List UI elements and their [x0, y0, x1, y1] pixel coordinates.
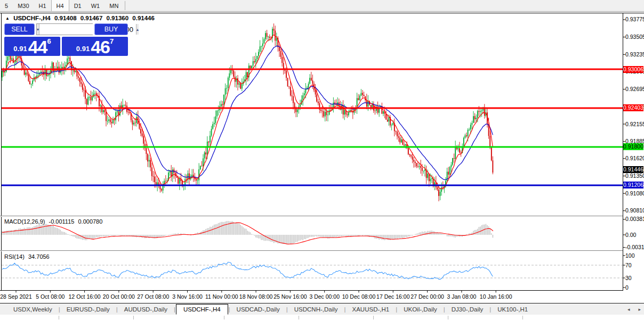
price-axis-tick: 0.92155 — [625, 121, 643, 127]
ask-main-digits: 46 — [91, 39, 110, 55]
status-strip — [0, 315, 644, 320]
tab-DJ30-,Daily[interactable]: DJ30-,Daily — [446, 305, 489, 314]
timeframe-MN[interactable]: MN — [104, 0, 123, 11]
tab-AUDUSD-,Daily[interactable]: AUDUSD-,Daily — [118, 305, 173, 314]
ohlc-high: 0.91467 — [80, 15, 103, 21]
price-axis-tick: 0.92695 — [625, 86, 643, 92]
ohlc-open: 0.91408 — [54, 15, 77, 21]
timeframe-W1[interactable]: W1 — [86, 0, 105, 11]
tab-USDCHF-,H4[interactable]: USDCHF-,H4 — [176, 304, 228, 315]
macd-indicator-label: MACD(12,26,9) -0.001115 0.000780 — [4, 218, 104, 225]
price-axis-tick: 0.91620 — [625, 155, 643, 161]
statusbar-separator — [59, 316, 59, 319]
trade-buttons-row: SELL ▾ ▴ BUY — [4, 23, 128, 35]
statusbar-separator — [522, 316, 523, 319]
tab-scroll-right-icon[interactable]: ▸ — [638, 307, 641, 312]
price-tag-0.91446: 0.91446 — [623, 166, 643, 173]
tab-EURUSD-,Daily[interactable]: EURUSD-,Daily — [61, 305, 116, 314]
tab-XAUUSD-,H1[interactable]: XAUUSD-,H1 — [347, 305, 396, 314]
macd-axis-tick: 0.003811 — [625, 216, 643, 222]
ask-price-display: 0.91 46 7 — [62, 37, 128, 56]
price-tag-0.93006: 0.93006 — [623, 66, 643, 73]
price-tag-0.91800: 0.91800 — [623, 143, 643, 150]
timeframe-H4[interactable]: H4 — [51, 0, 69, 11]
macd-signal-value: 0.000780 — [78, 218, 102, 225]
rsi-name: RSI(14) — [4, 253, 25, 260]
tab-scroll-left-icon[interactable]: ◂ — [627, 307, 630, 312]
statusbar-separator — [133, 316, 134, 319]
buy-button[interactable]: BUY — [94, 23, 128, 35]
timeframe-D1[interactable]: D1 — [69, 0, 86, 11]
statusbar-separator — [299, 316, 299, 319]
macd-main-value: -0.001115 — [49, 218, 74, 225]
price-axis-tick: 0.90810 — [625, 208, 643, 214]
bid-main-digits: 44 — [28, 39, 47, 55]
price-tag-0.91206: 0.91206 — [623, 182, 643, 188]
bid-prefix: 0.91 — [13, 45, 27, 53]
macd-name: MACD(12,26,9) — [4, 218, 45, 225]
time-label: 10 Jan 16:00 — [471, 293, 520, 300]
volume-increase-icon[interactable]: ▴ — [136, 24, 139, 35]
toolbar-separator — [125, 1, 125, 10]
rsi-indicator-label: RSI(14) 34.7056 — [4, 253, 52, 260]
bid-price-display: 0.91 44 6 — [4, 37, 60, 56]
chart-tab-bar: USDX,Weekly|EURUSD-,Daily|AUDUSD-,Daily|… — [0, 303, 644, 315]
price-axis-tick: 0.91080 — [625, 191, 643, 196]
rsi-axis-tick: 100 — [625, 253, 643, 259]
collapse-icon[interactable]: ▲ — [5, 16, 10, 21]
tab-USDCAD-,Daily[interactable]: USDCAD-,Daily — [231, 305, 286, 314]
statusbar-separator — [448, 316, 448, 319]
bid-pip-digit: 6 — [47, 37, 51, 45]
ohlc-low: 0.91360 — [107, 15, 129, 21]
price-axis-tick: 0.93235 — [625, 52, 643, 58]
ask-prefix: 0.91 — [76, 45, 90, 53]
ohlc-close: 0.91446 — [132, 15, 155, 21]
price-tag-0.92403: 0.92403 — [623, 104, 643, 111]
tab-UK100-,H1[interactable]: UK100-,H1 — [492, 305, 534, 314]
symbol-label: USDCHF-,H4 — [13, 15, 51, 21]
mt4-window: 5M30H1H4D1W1MN ▲ USDCHF-,H4 0.91408 0.91… — [0, 0, 644, 320]
chart-title: ▲ USDCHF-,H4 0.91408 0.91467 0.91360 0.9… — [5, 15, 157, 21]
timeframe-toolbar: 5M30H1H4D1W1MN — [0, 0, 644, 12]
rsi-axis-tick: 30 — [625, 275, 643, 281]
statusbar-separator — [224, 316, 224, 319]
macd-axis-tick: 0.00 — [625, 232, 643, 238]
price-axis-tick: 0.91350 — [625, 173, 643, 179]
rsi-axis-tick: 0 — [625, 285, 643, 291]
rsi-axis-tick: 70 — [625, 262, 643, 268]
tab-USDCNH-,Daily[interactable]: USDCNH-,Daily — [288, 305, 344, 314]
tab-UKOil-,Daily[interactable]: UKOil-,Daily — [398, 305, 443, 314]
sell-button[interactable]: SELL — [4, 23, 35, 35]
volume-stepper: ▾ ▴ — [36, 23, 93, 35]
timeframe-M30[interactable]: M30 — [13, 0, 34, 11]
rsi-value: 34.7056 — [28, 253, 50, 260]
price-axis-tick: 0.93505 — [625, 34, 643, 40]
statusbar-separator — [373, 316, 374, 319]
timeframe-H1[interactable]: H1 — [34, 0, 51, 11]
price-axis-tick: 0.93775 — [625, 17, 643, 22]
ask-pip-digit: 7 — [110, 37, 114, 45]
tab-scroll-arrows: ◂ ▸ — [627, 303, 641, 315]
macd-axis-tick: -0.003115 — [625, 244, 643, 250]
timeframe-5[interactable]: 5 — [0, 0, 13, 11]
tab-USDX,Weekly[interactable]: USDX,Weekly — [7, 305, 58, 314]
